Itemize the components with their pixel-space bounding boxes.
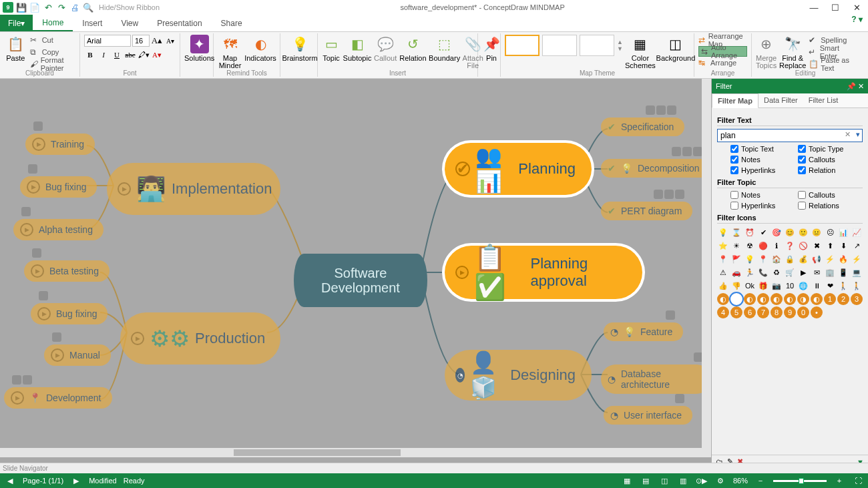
close-panel-icon[interactable]: ✕: [858, 82, 864, 90]
filter-icon-item[interactable]: 👎: [730, 280, 742, 292]
filter-icon-item[interactable]: ⏰: [744, 226, 756, 238]
tchk-notes[interactable]: Notes: [730, 191, 795, 199]
filter-icon-item[interactable]: ♻: [771, 266, 783, 278]
node-decomposition[interactable]: ✔💡Decomposition: [601, 159, 710, 178]
filter-icon-item[interactable]: ✉: [811, 266, 823, 278]
filter-icon-item[interactable]: 0: [797, 306, 809, 318]
filter-icon-item[interactable]: 🚫: [797, 240, 809, 252]
indicators-button[interactable]: ◐Indicators: [245, 35, 276, 62]
undo-icon[interactable]: ↶: [43, 2, 53, 13]
help-button[interactable]: ? ▾: [851, 15, 863, 31]
chk-notes[interactable]: Notes: [730, 156, 795, 164]
auto-arrange-button[interactable]: ⇆Auto Arrange: [698, 46, 747, 57]
chk-topic-text[interactable]: Topic Text: [730, 145, 795, 153]
tab-filter-map[interactable]: Filter Map: [712, 93, 758, 108]
filter-icon-item[interactable]: 🙂: [797, 226, 809, 238]
dropdown-icon[interactable]: ▾: [856, 130, 860, 139]
filter-icon-item[interactable]: 2: [837, 293, 849, 305]
zoom-slider[interactable]: [773, 480, 827, 482]
filter-icon-item[interactable]: 7: [757, 306, 769, 318]
filter-icon-item[interactable]: ⏸: [811, 280, 823, 292]
filter-icon-item[interactable]: ▶: [730, 293, 742, 305]
map-minder-button[interactable]: 🗺Map Minder: [218, 35, 242, 69]
filter-icon-item[interactable]: 📷: [771, 280, 783, 292]
node-spec[interactable]: ✔Specification: [601, 117, 684, 136]
mindmap-canvas[interactable]: Software Development ▶ 👨‍💻 Implementatio…: [0, 79, 711, 468]
filter-icon-item[interactable]: 🎯: [771, 226, 783, 238]
filter-icon-item[interactable]: 📍: [717, 253, 729, 265]
filter-icon-item[interactable]: Ok: [744, 280, 756, 292]
view-mode-3[interactable]: ◫: [658, 477, 670, 485]
node-implementation[interactable]: ▶ 👨‍💻 Implementation: [107, 163, 280, 215]
filter-icon-item[interactable]: ⌛: [730, 226, 742, 238]
node-designing[interactable]: ◔ 👤🧊 Designing: [445, 350, 592, 401]
filter-icon-item[interactable]: ⭐: [717, 240, 729, 252]
paste-button[interactable]: 📋 Paste: [4, 35, 27, 62]
filter-icon-item[interactable]: 9: [784, 306, 796, 318]
filter-icon-item[interactable]: 📊: [837, 226, 849, 238]
node-pert[interactable]: ✔PERT diagram: [601, 202, 692, 220]
horizontal-scrollbar[interactable]: [0, 448, 702, 457]
filter-icon-item[interactable]: ❤: [824, 280, 836, 292]
filter-icon-item[interactable]: ▶: [797, 266, 809, 278]
filter-icon-item[interactable]: ⚡: [824, 253, 836, 265]
filter-icon-item[interactable]: 💰: [797, 253, 809, 265]
node-db[interactable]: ◔Database architecture: [601, 364, 711, 394]
callout-button[interactable]: 💬Callout: [374, 35, 397, 62]
filter-icon-item[interactable]: ◐: [811, 293, 823, 305]
pin-button[interactable]: 📌Pin: [482, 35, 501, 62]
filter-icon-item[interactable]: 👍: [717, 280, 729, 292]
theme-preset-1[interactable]: [505, 35, 539, 56]
filter-icon-item[interactable]: 📢: [811, 253, 823, 265]
solutions-button[interactable]: ✦Solutions: [184, 35, 214, 62]
maximize-button[interactable]: ☐: [827, 3, 844, 13]
tchk-callouts[interactable]: Callouts: [798, 191, 863, 199]
arrange-button[interactable]: ↹Arrange: [698, 57, 747, 68]
color-schemes-button[interactable]: ▦Color Schemes: [626, 35, 655, 69]
cut-button[interactable]: ✂Cut: [30, 35, 75, 45]
filter-icon-item[interactable]: ◐: [717, 293, 729, 305]
node-beta[interactable]: ▶Beta testing: [24, 260, 110, 282]
filter-icon-item[interactable]: 1: [824, 293, 836, 305]
filter-icon-item[interactable]: ◐: [744, 293, 756, 305]
italic-button[interactable]: I: [97, 49, 110, 61]
filter-icon-item[interactable]: 8: [771, 306, 783, 318]
node-bugfix-2[interactable]: ▶Bug fixing: [31, 303, 107, 324]
node-alpha[interactable]: ▶Alpha testing: [13, 219, 103, 240]
theme-preset-3[interactable]: [580, 35, 614, 56]
filter-icon-item[interactable]: ↗: [851, 240, 863, 252]
filter-icon-item[interactable]: 🎁: [757, 280, 769, 292]
tchk-hyperlinks[interactable]: Hyperlinks: [730, 202, 795, 210]
slide-navigator-bar[interactable]: Slide Navigator: [0, 463, 868, 473]
filter-icon-item[interactable]: 📈: [851, 226, 863, 238]
filter-icon-item[interactable]: ☢: [744, 240, 756, 252]
filter-icon-item[interactable]: •: [811, 306, 823, 318]
node-feature[interactable]: ◔💡Feature: [604, 322, 683, 341]
filter-icon-item[interactable]: 😐: [811, 226, 823, 238]
prev-page-icon[interactable]: ◀: [4, 477, 16, 485]
filter-icon-item[interactable]: ⬇: [837, 240, 849, 252]
relation-button[interactable]: ↺Relation: [399, 35, 426, 62]
pin-panel-icon[interactable]: 📌: [847, 82, 856, 90]
tab-insert[interactable]: Insert: [73, 15, 112, 31]
filter-icon-item[interactable]: 🛒: [784, 266, 796, 278]
font-size-select[interactable]: [132, 35, 150, 47]
filter-icon-item[interactable]: 🔴: [757, 240, 769, 252]
grow-font-icon[interactable]: A▴: [151, 35, 163, 47]
node-training[interactable]: ▶Training: [25, 134, 95, 155]
filter-icon-item[interactable]: 📱: [837, 266, 849, 278]
zoom-out-icon[interactable]: −: [754, 477, 767, 485]
filter-icon-item[interactable]: 💻: [851, 266, 863, 278]
tab-filter-list[interactable]: Filter List: [803, 93, 844, 107]
node-development[interactable]: ▶📍Development: [4, 387, 112, 409]
node-planning[interactable]: ✔ 👥📊 Planning: [445, 143, 592, 195]
filter-icon-item[interactable]: 🚩: [730, 253, 742, 265]
filter-icon-item[interactable]: 🚶: [851, 280, 863, 292]
background-button[interactable]: ◫Background: [658, 35, 694, 62]
subtopic-button[interactable]: ◧Subtopic: [343, 35, 371, 62]
filter-icon-item[interactable]: 🔒: [784, 253, 796, 265]
view-mode-4[interactable]: ▥: [677, 477, 689, 485]
filter-icon-item[interactable]: ❓: [784, 240, 796, 252]
chk-callouts[interactable]: Callouts: [798, 156, 863, 164]
minimize-button[interactable]: —: [805, 3, 823, 13]
